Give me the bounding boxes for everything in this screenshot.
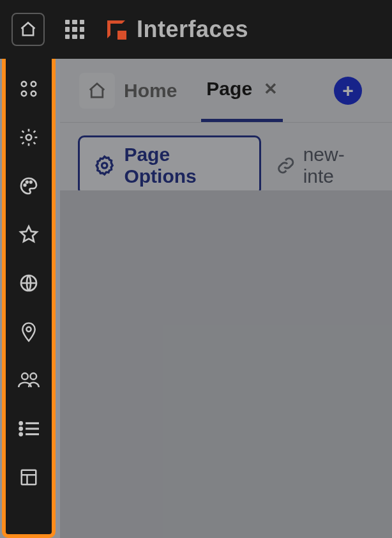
svg-point-2 [22, 91, 27, 96]
globe-icon [19, 273, 39, 293]
page-url-text: new-inte [303, 144, 374, 187]
add-tab-button[interactable]: + [334, 77, 362, 105]
tab-page[interactable]: Page ✕ [201, 59, 283, 122]
location-pin-icon [19, 321, 38, 342]
page-url-link[interactable]: new-inte [276, 144, 374, 187]
home-icon [87, 81, 107, 100]
link-icon [276, 156, 295, 175]
list-icon [19, 420, 39, 437]
star-icon [19, 224, 39, 245]
page-options-label: Page Options [124, 144, 245, 187]
layout-icon [19, 468, 38, 487]
sidebar-item-favorites[interactable] [18, 224, 40, 245]
svg-point-10 [22, 373, 28, 380]
page-options-button[interactable]: Page Options [78, 135, 261, 196]
page-canvas[interactable] [60, 190, 392, 538]
sidebar-item-apps[interactable] [18, 78, 40, 100]
svg-point-4 [26, 135, 32, 141]
settings-badge-icon [94, 155, 115, 176]
app-title: Interfaces [137, 16, 248, 43]
content-area: Home Page ✕ + Page Options new-inte [60, 59, 392, 538]
app-header: Interfaces [0, 0, 392, 59]
svg-point-9 [26, 327, 31, 332]
svg-point-6 [26, 181, 28, 183]
svg-point-12 [20, 422, 22, 425]
svg-point-13 [20, 427, 22, 430]
home-icon [19, 20, 37, 38]
sidebar-item-settings[interactable] [18, 127, 40, 148]
svg-point-11 [30, 373, 36, 380]
palette-icon [19, 176, 39, 196]
svg-point-14 [20, 433, 22, 436]
sidebar-item-users[interactable] [18, 369, 40, 391]
left-sidebar [2, 59, 56, 538]
sidebar-item-globe[interactable] [18, 272, 40, 294]
app-switcher-button[interactable] [65, 20, 84, 39]
svg-point-21 [102, 163, 107, 168]
svg-point-1 [31, 82, 36, 87]
svg-point-7 [30, 181, 32, 183]
svg-point-5 [24, 184, 26, 186]
sidebar-item-list[interactable] [18, 418, 40, 440]
svg-rect-18 [22, 470, 36, 485]
apps-icon [19, 79, 38, 98]
home-button[interactable] [11, 13, 45, 46]
tab-home-label: Home [124, 80, 177, 102]
users-icon [18, 371, 40, 389]
brand-logo-icon [107, 20, 125, 38]
svg-point-0 [22, 82, 27, 87]
svg-point-3 [31, 91, 36, 96]
sidebar-item-theme[interactable] [18, 175, 40, 197]
plus-icon: + [342, 80, 354, 102]
tab-close-button[interactable]: ✕ [264, 79, 278, 99]
tab-home[interactable]: Home [74, 59, 182, 122]
tab-page-label: Page [206, 78, 252, 100]
settings-gear-icon [19, 127, 39, 148]
sidebar-item-layout[interactable] [18, 466, 40, 488]
tab-home-icon-box [79, 73, 115, 109]
sidebar-item-location[interactable] [18, 321, 40, 342]
tab-bar: Home Page ✕ + [60, 59, 392, 123]
